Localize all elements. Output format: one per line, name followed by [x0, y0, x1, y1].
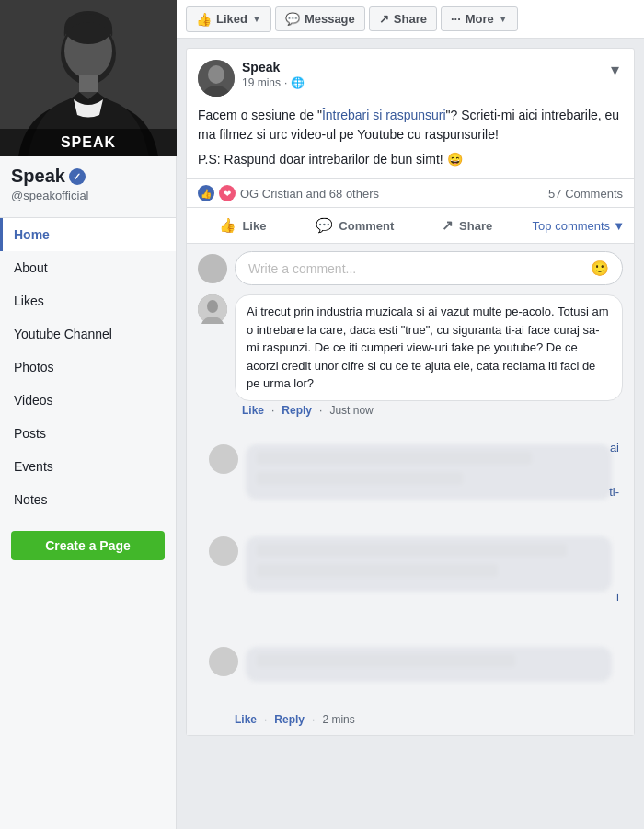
blue-fragment-3: i — [616, 590, 619, 604]
post-like-button[interactable]: 👍 Like — [187, 210, 299, 241]
sidebar-profile-info: Speak ✓ @speakofficial — [0, 156, 176, 208]
highlight-text: Întrebari si raspunsuri — [322, 108, 446, 122]
comment-avatar — [198, 294, 227, 324]
sidebar-item-photos[interactable]: Photos — [0, 351, 176, 384]
post-header-left: Speak 19 mins · 🌐 — [198, 60, 305, 97]
separator-dot-2: · — [271, 404, 274, 417]
comment-input-box[interactable]: Write a comment... 🙂 — [235, 251, 623, 285]
comment-actions-row: Like · Reply · Just now — [242, 404, 623, 417]
separator-dot-3: · — [319, 404, 322, 417]
more-button[interactable]: ··· More ▼ — [441, 6, 518, 31]
svg-rect-4 — [79, 75, 98, 92]
last-comment-actions: Like · Reply · 2 mins — [187, 709, 634, 735]
post-card: Speak 19 mins · 🌐 ▾ Facem o sesiune de "… — [186, 48, 635, 736]
sidebar-item-videos[interactable]: Videos — [0, 384, 176, 417]
last-comment-like-link[interactable]: Like — [235, 713, 257, 726]
profile-name-overlay: SPEAK — [0, 129, 177, 156]
comment-input-row: Write a comment... 🙂 — [198, 251, 623, 285]
post-meta: 19 mins · 🌐 — [242, 76, 305, 89]
message-button[interactable]: 💬 Message — [275, 6, 365, 31]
sidebar-item-about[interactable]: About — [0, 251, 176, 284]
comment-like-link[interactable]: Like — [242, 404, 264, 417]
post-ps-text: P.S: Raspund doar intrebarilor de bun si… — [198, 150, 623, 169]
post-author-name[interactable]: Speak — [242, 60, 305, 75]
comments-count[interactable]: 57 Comments — [548, 187, 623, 201]
comment-content: Ai trecut prin industria muzicala si ai … — [235, 294, 623, 417]
sidebar-item-notes[interactable]: Notes — [0, 483, 176, 516]
sidebar-username: Speak ✓ — [11, 166, 165, 187]
sidebar-item-events[interactable]: Events — [0, 450, 176, 483]
reaction-love-icon: ❤ — [219, 185, 236, 201]
svg-point-8 — [207, 300, 218, 313]
comment-item-main: Ai trecut prin industria muzicala si ai … — [198, 294, 623, 417]
comment-input-placeholder: Write a comment... — [248, 261, 356, 276]
blue-fragment-1: ai — [610, 441, 619, 455]
blurred-comment-2: ti- — [209, 536, 612, 592]
like-icon: 👍 — [219, 217, 236, 234]
last-comment-reply-link[interactable]: Reply — [274, 713, 305, 726]
sidebar-item-home[interactable]: Home — [0, 218, 176, 251]
post-author-avatar — [198, 60, 235, 97]
post-dropdown-button[interactable]: ▾ — [607, 60, 623, 80]
post-header: Speak 19 mins · 🌐 ▾ — [187, 49, 634, 97]
comment-icon: 💬 — [316, 217, 333, 234]
separator-dot-5: · — [312, 713, 315, 726]
globe-icon: 🌐 — [291, 76, 305, 89]
liked-button[interactable]: 👍 Liked ▼ — [186, 6, 271, 32]
separator-dot-4: · — [264, 713, 267, 726]
comment-bubble: Ai trecut prin industria muzicala si ai … — [235, 294, 623, 401]
share-arrow-icon: ↗ — [442, 217, 454, 234]
post-comment-button[interactable]: 💬 Comment — [299, 210, 411, 241]
post-share-button[interactable]: ↗ Share — [411, 210, 523, 241]
reaction-like-icon: 👍 — [198, 185, 214, 201]
separator-dot: · — [284, 76, 287, 89]
blurred-comment-1: ai — [209, 444, 612, 500]
sidebar: SPEAK Speak ✓ @speakofficial Home About … — [0, 0, 177, 829]
post-body: Facem o sesiune de "Întrebari si raspuns… — [187, 97, 634, 178]
reactions-text: OG Cristian and 68 others — [240, 187, 379, 201]
emoji-icon: 🙂 — [591, 259, 609, 277]
hidden-comments-area: ai ti- — [187, 433, 634, 709]
comment-time: Just now — [329, 404, 373, 417]
sidebar-handle: @speakofficial — [11, 189, 165, 202]
action-bar: 👍 Liked ▼ 💬 Message ↗ Share ··· More ▼ — [177, 0, 644, 39]
top-comments-wrapper: Top comments ▼ — [523, 210, 634, 241]
verified-badge: ✓ — [69, 168, 86, 185]
liked-dropdown-arrow: ▼ — [252, 14, 261, 24]
blurred-comment-3: i — [209, 647, 612, 682]
profile-cover: SPEAK — [0, 0, 177, 156]
chevron-down-icon: ▼ — [613, 219, 625, 233]
thumbs-up-icon: 👍 — [196, 12, 212, 27]
sidebar-item-youtube-channel[interactable]: Youtube Channel — [0, 317, 176, 351]
reactions-left: 👍 ❤ OG Cristian and 68 others — [198, 185, 379, 201]
top-comments-label[interactable]: Top comments ▼ — [533, 219, 625, 233]
post-body-text: Facem o sesiune de "Întrebari si raspuns… — [198, 106, 623, 144]
comment-input-avatar — [198, 254, 227, 283]
post-reactions-bar: 👍 ❤ OG Cristian and 68 others 57 Comment… — [187, 178, 634, 207]
more-dropdown-arrow: ▼ — [499, 14, 508, 24]
message-icon: 💬 — [285, 12, 300, 26]
post-author-info: Speak 19 mins · 🌐 — [242, 60, 305, 89]
last-comment-time: 2 mins — [322, 713, 354, 726]
share-icon: ↗ — [379, 12, 389, 26]
svg-point-6 — [208, 65, 224, 84]
blue-fragment-2: ti- — [609, 485, 619, 499]
comments-section: Write a comment... 🙂 — [187, 243, 634, 433]
comment-reply-link[interactable]: Reply — [282, 404, 312, 417]
post-actions-bar: 👍 Like 💬 Comment ↗ Share Top comments ▼ — [187, 207, 634, 243]
share-button[interactable]: ↗ Share — [369, 6, 437, 31]
create-page-button[interactable]: Create a Page — [11, 531, 165, 560]
sidebar-nav: Home About Likes Youtube Channel Photos … — [0, 217, 176, 516]
main-content: 👍 Liked ▼ 💬 Message ↗ Share ··· More ▼ — [177, 0, 644, 829]
more-dots-icon: ··· — [451, 12, 461, 26]
sidebar-item-likes[interactable]: Likes — [0, 284, 176, 317]
comment-text: Ai trecut prin industria muzicala si ai … — [247, 305, 609, 390]
sidebar-item-posts[interactable]: Posts — [0, 417, 176, 450]
